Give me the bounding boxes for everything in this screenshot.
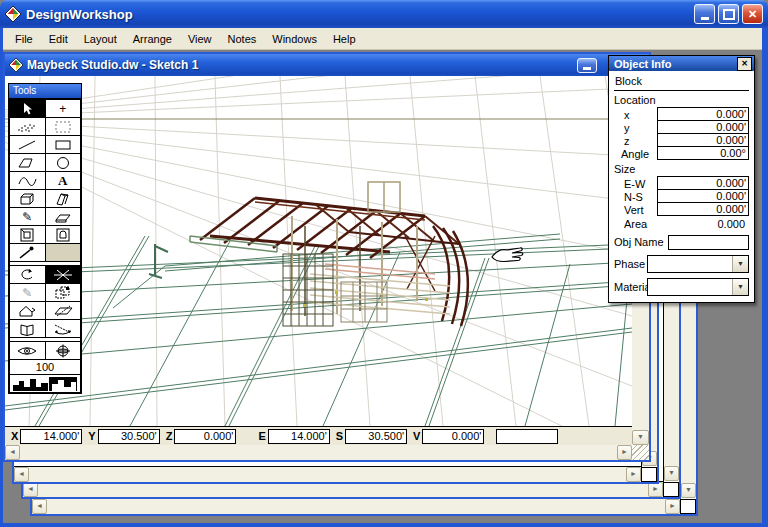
coordinate-extra-field[interactable] [496,429,558,444]
spray-tool-icon[interactable] [10,118,45,135]
menu-notes[interactable]: Notes [222,30,267,48]
eraser-tool-icon[interactable] [46,208,81,225]
scroll-left-icon[interactable]: ◄ [23,482,38,497]
eyedropper-tool-icon[interactable] [10,244,45,261]
menu-help[interactable]: Help [327,30,366,48]
zoom-level-field[interactable]: 100 [10,360,80,374]
opening-inset-tool-icon[interactable] [10,226,45,243]
menu-bar: File Edit Layout Arrange View Notes Wind… [3,28,762,50]
app-title: DesignWorkshop [26,7,691,22]
scroll-left-icon[interactable]: ◄ [32,499,47,514]
scroll-right-icon[interactable]: ► [648,482,663,497]
window-mullions [283,254,333,326]
ns-field[interactable]: 0.000' [657,189,749,203]
pencil-tool-icon[interactable]: ✎ [10,208,45,225]
tools-palette-titlebar[interactable]: Tools [9,84,81,99]
scroll-right-icon[interactable]: ► [665,499,680,514]
orbit-tool-icon[interactable] [46,320,81,337]
object-info-close-button[interactable]: ✕ [737,57,752,71]
line-tool-icon[interactable] [10,136,45,153]
empty-tool-slot[interactable] [46,244,81,261]
background-window-2-hscrollbar[interactable]: ◄ ► [23,482,663,497]
3d-model-wireframe [5,76,632,426]
align-tool-icon[interactable] [46,284,81,301]
close-icon: ✕ [748,8,757,21]
scroll-right-icon[interactable]: ► [617,445,632,460]
close-button[interactable]: ✕ [742,4,763,24]
scroll-left-icon[interactable]: ◄ [14,467,29,482]
x-field[interactable]: 0.000' [657,107,749,121]
background-window-1-hscrollbar[interactable]: ◄ ► [14,467,641,482]
vert-label: Vert [614,204,657,216]
minimize-button[interactable] [694,4,715,24]
coord-x-field[interactable]: 14.000' [20,429,82,444]
menu-windows[interactable]: Windows [266,30,327,48]
lighting-tool-icon[interactable] [46,266,81,283]
coord-x-label: X [11,430,18,442]
material-dropdown[interactable]: ▼ [647,278,749,296]
scroll-left-icon[interactable]: ◄ [5,445,20,460]
coord-y-field[interactable]: 30.500' [98,429,160,444]
object-info-titlebar[interactable]: Object Info ✕ [609,56,754,71]
document-titlebar[interactable]: Maybeck Studio.dw - Sketch 1 [5,54,649,76]
menu-layout[interactable]: Layout [78,30,127,48]
select-tool-icon[interactable] [10,100,45,117]
skyline-tool-icon[interactable] [10,375,80,392]
maximize-button[interactable] [718,4,739,24]
phase-dropdown[interactable]: ▼ [647,255,749,273]
object-home-tool-icon[interactable] [10,302,45,319]
coord-s-field[interactable]: 30.500' [345,429,407,444]
menu-edit[interactable]: Edit [43,30,78,48]
scroll-down-icon[interactable]: ▼ [681,483,696,498]
x-label: x [614,109,657,121]
angle-label: Angle [614,148,657,160]
unfold-box-tool-icon[interactable] [10,320,45,337]
obj-name-label: Obj Name [614,236,668,248]
area-label: Area [614,218,657,230]
scroll-down-icon[interactable]: ▼ [664,466,679,481]
resize-grip[interactable] [632,445,649,460]
measure-tool-icon[interactable]: ✎ [10,284,45,301]
window-border-right [762,28,768,527]
plane-move-tool-icon[interactable] [46,302,81,319]
ellipse-tool-icon[interactable] [46,154,81,171]
z-field[interactable]: 0.000' [657,133,749,147]
document-minimize-button[interactable] [577,58,597,73]
ew-field[interactable]: 0.000' [657,176,749,190]
walk-target-tool-icon[interactable] [46,342,81,359]
main-titlebar[interactable]: DesignWorkshop ✕ [0,0,768,28]
vert-field[interactable]: 0.000' [657,202,749,216]
crosshair-tool-icon[interactable]: + [46,100,81,117]
menu-view[interactable]: View [182,30,222,48]
document-hscrollbar[interactable]: ◄ ► [5,445,632,460]
eye-view-tool-icon[interactable] [10,342,45,359]
text-tool-icon[interactable]: A [46,172,81,189]
rotate-tool-icon[interactable] [10,266,45,283]
marquee-tool-icon[interactable] [46,118,81,135]
surface-3d-tool-icon[interactable] [46,190,81,207]
y-field[interactable]: 0.000' [657,120,749,134]
chevron-down-icon[interactable]: ▼ [732,279,748,295]
polygon-tool-icon[interactable] [10,154,45,171]
rectangle-tool-icon[interactable] [46,136,81,153]
angle-field[interactable]: 0.00° [657,146,749,160]
scrollbar-corner [663,482,679,497]
opening-frame-tool-icon[interactable] [46,226,81,243]
menu-file[interactable]: File [9,30,43,48]
scroll-right-icon[interactable]: ► [626,467,641,482]
block-3d-tool-icon[interactable] [10,190,45,207]
site-grid [5,234,632,426]
object-info-title: Object Info [614,58,671,70]
obj-name-field[interactable] [668,235,749,250]
scroll-down-icon[interactable]: ▼ [632,430,649,445]
background-window-3-hscrollbar[interactable]: ◄ ► [32,499,680,514]
chevron-down-icon[interactable]: ▼ [732,256,748,272]
coord-v-field[interactable]: 0.000' [422,429,484,444]
coord-e-field[interactable]: 14.000' [268,429,330,444]
menu-arrange[interactable]: Arrange [127,30,182,48]
location-section-label: Location [614,94,749,106]
scrollbar-corner [641,467,657,482]
coord-z-field[interactable]: 0.000' [174,429,236,444]
model-canvas[interactable] [5,76,632,427]
freehand-tool-icon[interactable] [10,172,45,189]
